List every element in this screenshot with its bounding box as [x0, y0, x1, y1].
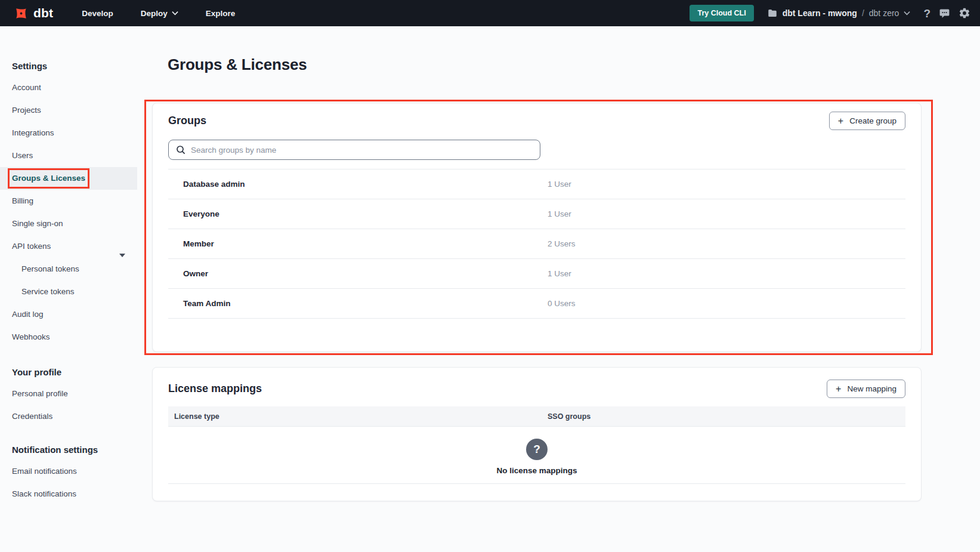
question-mark-icon: ?: [526, 439, 548, 460]
chevron-down-icon: [904, 11, 910, 16]
folder-icon: [767, 8, 778, 18]
top-nav-menu: Develop Deploy Explore: [82, 9, 235, 18]
sidebar-item-email-notifications[interactable]: Email notifications: [0, 460, 137, 483]
settings-gear-icon[interactable]: [959, 7, 970, 19]
sidebar-item-credentials[interactable]: Credentials: [0, 405, 137, 428]
create-group-button[interactable]: + Create group: [829, 112, 905, 130]
sidebar-item-slack-notifications[interactable]: Slack notifications: [0, 483, 137, 505]
group-search-box: [168, 140, 540, 160]
group-user-count: 1 User: [548, 209, 905, 218]
sidebar-item-single-sign-on[interactable]: Single sign-on: [0, 212, 137, 235]
sidebar-heading-settings: Settings: [0, 56, 137, 76]
help-icon[interactable]: ?: [923, 8, 930, 19]
license-empty-state: ? No license mappings: [168, 439, 905, 484]
sidebar-item-personal-tokens[interactable]: Personal tokens: [0, 258, 137, 280]
groups-section: Groups + Create group Database admin 1 U…: [152, 103, 922, 352]
sidebar-heading-notification-settings: Notification settings: [0, 440, 137, 460]
group-row-everyone[interactable]: Everyone 1 User: [168, 199, 905, 229]
page-title: Groups & Licenses: [168, 55, 307, 74]
sidebar-item-users[interactable]: Users: [0, 144, 137, 167]
group-user-count: 0 Users: [548, 299, 905, 308]
nav-item-develop[interactable]: Develop: [82, 9, 113, 18]
try-cloud-cli-button[interactable]: Try Cloud CLI: [690, 5, 753, 21]
group-user-count: 2 Users: [548, 239, 905, 248]
sidebar-item-groups-licenses[interactable]: Groups & Licenses: [0, 167, 137, 190]
nav-item-deploy[interactable]: Deploy: [141, 9, 178, 18]
account-name: dbt Learn - mwong: [783, 8, 857, 18]
sidebar-item-service-tokens[interactable]: Service tokens: [0, 280, 137, 303]
group-row-database-admin[interactable]: Database admin 1 User: [168, 169, 905, 199]
license-section-header: License mappings + New mapping: [168, 371, 905, 398]
groups-section-header: Groups + Create group: [168, 103, 905, 130]
group-row-member[interactable]: Member 2 Users: [168, 229, 905, 258]
plus-icon: +: [836, 384, 841, 394]
sidebar-item-billing[interactable]: Billing: [0, 190, 137, 212]
feedback-icon[interactable]: [939, 8, 950, 19]
sidebar-item-account[interactable]: Account: [0, 76, 137, 99]
column-license-type: License type: [168, 412, 548, 421]
settings-sidebar: Settings Account Projects Integrations U…: [0, 26, 137, 552]
group-user-count: 1 User: [548, 269, 905, 278]
sidebar-item-integrations[interactable]: Integrations: [0, 122, 137, 144]
group-row-owner[interactable]: Owner 1 User: [168, 258, 905, 288]
top-nav-icons: ?: [923, 7, 970, 19]
divider: [168, 483, 905, 484]
top-nav-right: Try Cloud CLI dbt Learn - mwong / dbt ze…: [690, 0, 970, 26]
sidebar-heading-your-profile: Your profile: [0, 362, 137, 383]
top-navigation-bar: dbt Develop Deploy Explore Try Cloud CLI…: [0, 0, 980, 26]
sidebar-item-audit-log[interactable]: Audit log: [0, 303, 137, 326]
dbt-logo-icon: [13, 5, 29, 21]
project-name: dbt zero: [869, 8, 899, 18]
group-row-team-admin[interactable]: Team Admin 0 Users: [168, 288, 905, 318]
sidebar-item-projects[interactable]: Projects: [0, 99, 137, 122]
groups-list: Database admin 1 User Everyone 1 User Me…: [168, 169, 905, 319]
groups-title: Groups: [168, 115, 206, 127]
dbt-wordmark: dbt: [33, 6, 53, 20]
license-mappings-title: License mappings: [168, 383, 262, 395]
nav-item-explore[interactable]: Explore: [206, 9, 236, 18]
group-search-input[interactable]: [191, 146, 533, 155]
license-mappings-section: License mappings + New mapping License t…: [152, 367, 922, 501]
plus-icon: +: [838, 116, 843, 126]
sidebar-item-webhooks[interactable]: Webhooks: [0, 326, 137, 349]
dbt-logo[interactable]: dbt: [13, 5, 53, 21]
search-icon: [176, 145, 186, 155]
empty-state-title: No license mappings: [496, 466, 577, 475]
chevron-down-icon: [172, 11, 178, 16]
project-picker[interactable]: dbt Learn - mwong / dbt zero: [767, 8, 911, 18]
sidebar-item-personal-profile[interactable]: Personal profile: [0, 383, 137, 405]
path-separator: /: [862, 8, 864, 18]
group-user-count: 1 User: [548, 180, 905, 189]
license-table-header: License type SSO groups: [168, 406, 905, 427]
new-mapping-button[interactable]: + New mapping: [827, 380, 905, 398]
column-sso-groups: SSO groups: [548, 412, 905, 421]
sidebar-item-api-tokens[interactable]: API tokens: [0, 235, 137, 258]
